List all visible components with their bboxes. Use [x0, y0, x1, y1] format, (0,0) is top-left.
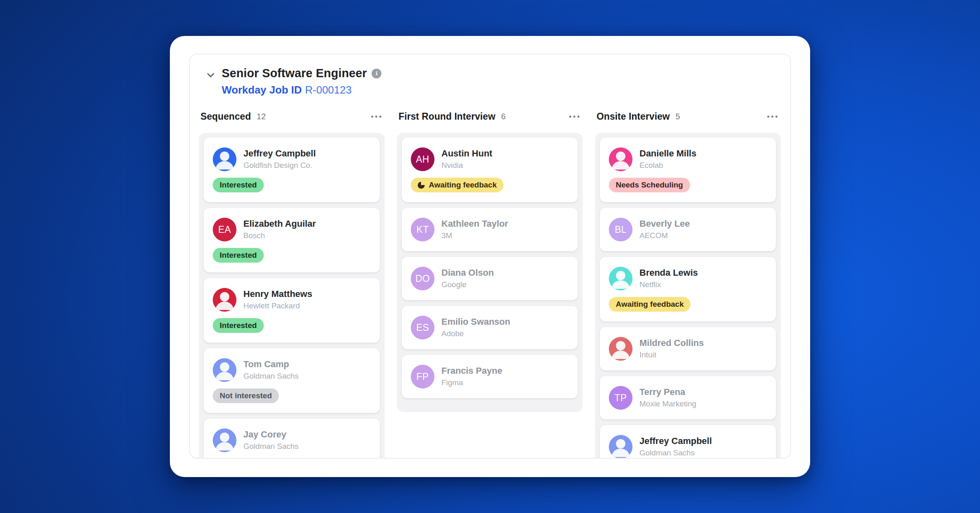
- candidate-card[interactable]: DODiana OlsonGoogle: [402, 257, 578, 300]
- status-badge-label: Interested: [220, 178, 257, 192]
- status-badge: Awaiting feedback: [411, 178, 503, 192]
- card-top: FPFrancis PayneFigma: [411, 365, 569, 388]
- candidate-card[interactable]: Brenda LewisNetflixAwaiting feedback: [600, 257, 776, 321]
- column-count: 6: [501, 112, 506, 121]
- candidate-name: Danielle Mills: [639, 148, 696, 159]
- candidate-card[interactable]: KTKathleen Taylor3M: [402, 208, 578, 251]
- person-photo-icon: [213, 358, 236, 382]
- avatar: BL: [609, 218, 633, 241]
- card-top: Henry MatthewsHewlett Packard: [213, 288, 371, 312]
- candidate-card[interactable]: Danielle MillsEcolabNeeds Scheduling: [600, 138, 776, 202]
- card-top: Jay CoreyGoldman Sachs: [213, 428, 371, 452]
- candidate-name: Emilio Swanson: [441, 317, 510, 327]
- avatar: FP: [411, 365, 434, 388]
- candidate-card[interactable]: FPFrancis PayneFigma: [402, 355, 578, 398]
- candidate-card[interactable]: Tom CampGoldman SachsNot interested: [204, 348, 380, 413]
- avatar: EA: [213, 218, 236, 241]
- candidate-name: Jay Corey: [243, 429, 298, 440]
- person-photo-icon: [609, 267, 633, 290]
- person-photo-icon: [609, 337, 633, 361]
- card-top: ESEmilio SwansonAdobe: [411, 316, 569, 339]
- candidate-company: Goldfish Design Co.: [243, 161, 316, 170]
- candidate-card[interactable]: Mildred CollinsIntuit: [600, 327, 776, 370]
- candidate-company: Intuit: [639, 350, 704, 360]
- avatar: TP: [609, 386, 633, 410]
- kanban-column-sequenced: Jeffrey CampbellGoldfish Design Co.Inter…: [199, 133, 385, 459]
- status-badge: Interested: [213, 248, 264, 263]
- candidate-card[interactable]: ESEmilio SwansonAdobe: [402, 306, 578, 349]
- status-badge: Interested: [213, 318, 264, 333]
- kanban-column-onsite-interview: Danielle MillsEcolabNeeds SchedulingBLBe…: [595, 133, 781, 459]
- candidate-card[interactable]: TPTerry PenaMoxie Marketing: [600, 376, 776, 419]
- candidate-info: Kathleen Taylor3M: [441, 219, 508, 240]
- column-menu-button[interactable]: [568, 113, 580, 120]
- page-title: Senior Software Engineer: [222, 67, 367, 80]
- avatar: KT: [411, 218, 434, 241]
- candidate-company: Goldman Sachs: [639, 448, 712, 458]
- status-badge-label: Needs Scheduling: [616, 178, 683, 192]
- card-top: Brenda LewisNetflix: [609, 267, 767, 290]
- candidate-info: Francis PayneFigma: [441, 366, 502, 387]
- kanban-board: Jeffrey CampbellGoldfish Design Co.Inter…: [199, 133, 781, 459]
- card-top: EAElizabeth AguilarBosch: [213, 218, 371, 241]
- panel-header: Senior Software Engineer i Workday Job I…: [204, 67, 781, 96]
- candidate-card[interactable]: BLBeverly LeeAECOM: [600, 208, 776, 251]
- person-photo-icon: [213, 428, 236, 452]
- column-title: Sequenced: [200, 111, 251, 122]
- card-top: Mildred CollinsIntuit: [609, 337, 767, 361]
- candidate-company: Goldman Sachs: [243, 442, 298, 451]
- candidate-info: Austin HuntNvidia: [441, 148, 492, 170]
- job-id-label: Workday Job ID: [222, 84, 302, 96]
- candidate-company: Nvidia: [441, 161, 492, 170]
- candidate-name: Mildred Collins: [639, 338, 704, 348]
- collapse-button[interactable]: [204, 68, 218, 82]
- job-id-link[interactable]: Workday Job IDR-000123: [222, 84, 381, 96]
- candidate-info: Elizabeth AguilarBosch: [243, 219, 316, 240]
- candidate-card[interactable]: AHAustin HuntNvidiaAwaiting feedback: [402, 138, 578, 202]
- avatar: [609, 435, 633, 459]
- avatar: [213, 288, 236, 312]
- candidate-card[interactable]: Jay CoreyGoldman Sachs: [204, 419, 380, 459]
- candidate-company: 3M: [441, 231, 508, 241]
- candidate-info: Tom CampGoldman Sachs: [243, 359, 298, 381]
- card-top: Jeffrey CampbellGoldfish Design Co.: [213, 147, 371, 171]
- column-menu-button[interactable]: [370, 113, 382, 120]
- candidate-company: Figma: [441, 378, 502, 388]
- avatar: DO: [411, 267, 434, 290]
- pending-pie-icon: [418, 182, 425, 189]
- avatar: AH: [411, 147, 434, 171]
- candidate-company: Moxie Marketing: [639, 399, 696, 409]
- status-badge-label: Awaiting feedback: [616, 297, 684, 312]
- candidate-card[interactable]: Jeffrey CampbellGoldfish Design Co.Inter…: [204, 138, 380, 202]
- ellipsis-icon: [569, 116, 579, 118]
- card-top: Jeffrey CampbellGoldman Sachs: [609, 435, 767, 459]
- candidate-card[interactable]: EAElizabeth AguilarBoschInterested: [204, 208, 380, 272]
- column-menu-button[interactable]: [766, 113, 778, 120]
- candidate-name: Brenda Lewis: [639, 268, 698, 278]
- ellipsis-icon: [767, 116, 777, 118]
- column-header-first-round-interview: First Round Interview6: [397, 111, 583, 122]
- candidate-card[interactable]: Henry MatthewsHewlett PackardInterested: [204, 278, 380, 343]
- avatar: [213, 358, 236, 382]
- avatar-initials: FP: [416, 371, 429, 382]
- avatar-initials: ES: [416, 322, 429, 333]
- candidate-name: Kathleen Taylor: [441, 219, 508, 229]
- candidate-info: Beverly LeeAECOM: [639, 219, 690, 240]
- avatar-initials: KT: [416, 224, 429, 235]
- candidate-name: Beverly Lee: [639, 219, 690, 229]
- info-icon[interactable]: i: [372, 69, 381, 78]
- card-top: TPTerry PenaMoxie Marketing: [609, 386, 767, 410]
- desktop-background: { "header": { "collapse_icon": "chevron-…: [0, 0, 980, 513]
- candidate-info: Jay CoreyGoldman Sachs: [243, 429, 298, 451]
- status-badge: Needs Scheduling: [609, 178, 690, 192]
- avatar-initials: BL: [615, 224, 626, 235]
- avatar: [213, 428, 236, 452]
- candidate-company: Adobe: [441, 329, 510, 339]
- candidate-company: Goldman Sachs: [243, 372, 298, 381]
- avatar: [609, 147, 633, 171]
- avatar: [213, 147, 236, 171]
- candidate-card[interactable]: Jeffrey CampbellGoldman Sachs: [600, 425, 776, 459]
- candidate-name: Terry Pena: [639, 387, 696, 397]
- column-count: 12: [257, 112, 266, 121]
- candidate-name: Elizabeth Aguilar: [243, 219, 316, 229]
